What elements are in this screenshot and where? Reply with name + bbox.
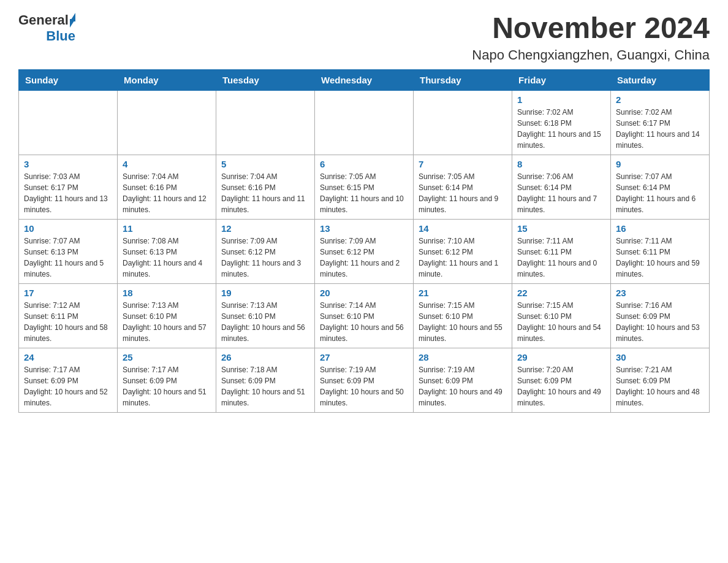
day-info: Sunrise: 7:07 AMSunset: 6:14 PMDaylight:… [616,171,704,215]
calendar-week-row: 10Sunrise: 7:07 AMSunset: 6:13 PMDayligh… [19,219,710,283]
day-number: 16 [616,223,704,234]
day-info: Sunrise: 7:11 AMSunset: 6:11 PMDaylight:… [616,236,704,280]
day-number: 9 [616,159,704,169]
calendar-cell: 1Sunrise: 7:02 AMSunset: 6:18 PMDaylight… [512,90,611,155]
day-info: Sunrise: 7:15 AMSunset: 6:10 PMDaylight:… [419,300,507,344]
day-info: Sunrise: 7:11 AMSunset: 6:11 PMDaylight:… [517,236,605,280]
weekday-header: Sunday [19,69,118,90]
day-info: Sunrise: 7:06 AMSunset: 6:14 PMDaylight:… [517,171,605,215]
day-info: Sunrise: 7:02 AMSunset: 6:17 PMDaylight:… [616,107,704,151]
calendar-cell [315,90,414,155]
day-info: Sunrise: 7:09 AMSunset: 6:12 PMDaylight:… [320,236,408,280]
calendar-week-row: 3Sunrise: 7:03 AMSunset: 6:17 PMDaylight… [19,155,710,219]
calendar-cell: 26Sunrise: 7:18 AMSunset: 6:09 PMDayligh… [216,348,315,412]
calendar-cell: 20Sunrise: 7:14 AMSunset: 6:10 PMDayligh… [315,283,414,348]
calendar-cell: 16Sunrise: 7:11 AMSunset: 6:11 PMDayligh… [611,219,710,283]
day-info: Sunrise: 7:19 AMSunset: 6:09 PMDaylight:… [419,364,507,408]
calendar-cell: 23Sunrise: 7:16 AMSunset: 6:09 PMDayligh… [611,283,710,348]
day-info: Sunrise: 7:09 AMSunset: 6:12 PMDaylight:… [221,236,309,280]
calendar-cell: 10Sunrise: 7:07 AMSunset: 6:13 PMDayligh… [19,219,118,283]
day-number: 28 [419,352,507,362]
day-info: Sunrise: 7:21 AMSunset: 6:09 PMDaylight:… [616,364,704,408]
calendar-cell: 11Sunrise: 7:08 AMSunset: 6:13 PMDayligh… [118,219,216,283]
day-number: 23 [616,288,704,298]
calendar-cell: 21Sunrise: 7:15 AMSunset: 6:10 PMDayligh… [414,283,512,348]
day-info: Sunrise: 7:02 AMSunset: 6:18 PMDaylight:… [517,107,605,151]
calendar-cell: 19Sunrise: 7:13 AMSunset: 6:10 PMDayligh… [216,283,315,348]
day-number: 12 [221,223,309,234]
day-number: 26 [221,352,309,362]
day-number: 13 [320,223,408,234]
day-number: 24 [24,352,112,362]
calendar-header-row: SundayMondayTuesdayWednesdayThursdayFrid… [19,69,710,90]
day-info: Sunrise: 7:12 AMSunset: 6:11 PMDaylight:… [24,300,112,344]
day-info: Sunrise: 7:16 AMSunset: 6:09 PMDaylight:… [616,300,704,344]
logo: General Blue [18,12,75,44]
day-number: 5 [221,159,309,169]
page-title: November 2024 [472,12,710,45]
day-number: 20 [320,288,408,298]
calendar-week-row: 24Sunrise: 7:17 AMSunset: 6:09 PMDayligh… [19,348,710,412]
calendar-table: SundayMondayTuesdayWednesdayThursdayFrid… [18,69,710,413]
day-number: 4 [123,159,211,169]
calendar-week-row: 17Sunrise: 7:12 AMSunset: 6:11 PMDayligh… [19,283,710,348]
day-number: 2 [616,94,704,105]
calendar-cell: 3Sunrise: 7:03 AMSunset: 6:17 PMDaylight… [19,155,118,219]
weekday-header: Saturday [611,69,710,90]
logo-text-general: General [18,12,69,28]
day-info: Sunrise: 7:07 AMSunset: 6:13 PMDaylight:… [24,236,112,280]
day-number: 10 [24,223,112,234]
day-info: Sunrise: 7:20 AMSunset: 6:09 PMDaylight:… [517,364,605,408]
calendar-cell: 27Sunrise: 7:19 AMSunset: 6:09 PMDayligh… [315,348,414,412]
day-info: Sunrise: 7:17 AMSunset: 6:09 PMDaylight:… [123,364,211,408]
calendar-cell: 28Sunrise: 7:19 AMSunset: 6:09 PMDayligh… [414,348,512,412]
day-number: 15 [517,223,605,234]
day-info: Sunrise: 7:10 AMSunset: 6:12 PMDaylight:… [419,236,507,280]
day-info: Sunrise: 7:14 AMSunset: 6:10 PMDaylight:… [320,300,408,344]
day-number: 11 [123,223,211,234]
calendar-cell [118,90,216,155]
day-info: Sunrise: 7:08 AMSunset: 6:13 PMDaylight:… [123,236,211,280]
logo-text-blue: Blue [46,28,75,44]
day-number: 18 [123,288,211,298]
calendar-cell: 29Sunrise: 7:20 AMSunset: 6:09 PMDayligh… [512,348,611,412]
day-number: 14 [419,223,507,234]
day-number: 17 [24,288,112,298]
page-header: General Blue November 2024 Napo Chengxia… [18,12,710,63]
day-number: 21 [419,288,507,298]
day-info: Sunrise: 7:18 AMSunset: 6:09 PMDaylight:… [221,364,309,408]
calendar-cell: 18Sunrise: 7:13 AMSunset: 6:10 PMDayligh… [118,283,216,348]
weekday-header: Wednesday [315,69,414,90]
calendar-cell [19,90,118,155]
day-number: 8 [517,159,605,169]
calendar-cell [216,90,315,155]
calendar-week-row: 1Sunrise: 7:02 AMSunset: 6:18 PMDaylight… [19,90,710,155]
calendar-cell: 15Sunrise: 7:11 AMSunset: 6:11 PMDayligh… [512,219,611,283]
weekday-header: Tuesday [216,69,315,90]
day-info: Sunrise: 7:15 AMSunset: 6:10 PMDaylight:… [517,300,605,344]
calendar-cell: 14Sunrise: 7:10 AMSunset: 6:12 PMDayligh… [414,219,512,283]
title-block: November 2024 Napo Chengxiangzhen, Guang… [472,12,710,63]
day-info: Sunrise: 7:04 AMSunset: 6:16 PMDaylight:… [221,171,309,215]
calendar-cell: 5Sunrise: 7:04 AMSunset: 6:16 PMDaylight… [216,155,315,219]
calendar-cell: 9Sunrise: 7:07 AMSunset: 6:14 PMDaylight… [611,155,710,219]
calendar-cell: 22Sunrise: 7:15 AMSunset: 6:10 PMDayligh… [512,283,611,348]
calendar-cell: 25Sunrise: 7:17 AMSunset: 6:09 PMDayligh… [118,348,216,412]
day-number: 22 [517,288,605,298]
day-info: Sunrise: 7:05 AMSunset: 6:15 PMDaylight:… [320,171,408,215]
day-info: Sunrise: 7:13 AMSunset: 6:10 PMDaylight:… [221,300,309,344]
calendar-cell: 13Sunrise: 7:09 AMSunset: 6:12 PMDayligh… [315,219,414,283]
calendar-cell: 6Sunrise: 7:05 AMSunset: 6:15 PMDaylight… [315,155,414,219]
day-info: Sunrise: 7:03 AMSunset: 6:17 PMDaylight:… [24,171,112,215]
day-number: 29 [517,352,605,362]
calendar-cell: 7Sunrise: 7:05 AMSunset: 6:14 PMDaylight… [414,155,512,219]
day-info: Sunrise: 7:05 AMSunset: 6:14 PMDaylight:… [419,171,507,215]
day-number: 27 [320,352,408,362]
day-number: 19 [221,288,309,298]
weekday-header: Friday [512,69,611,90]
day-number: 30 [616,352,704,362]
day-number: 1 [517,94,605,105]
day-number: 7 [419,159,507,169]
day-number: 6 [320,159,408,169]
calendar-cell: 8Sunrise: 7:06 AMSunset: 6:14 PMDaylight… [512,155,611,219]
